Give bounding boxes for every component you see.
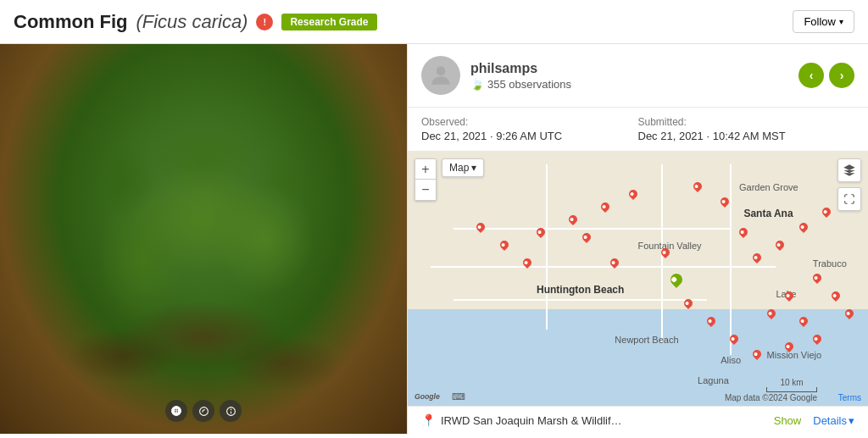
- map-label: Aliso: [721, 355, 741, 365]
- details-link[interactable]: Details ▾: [813, 414, 854, 427]
- avatar[interactable]: [421, 56, 460, 95]
- user-row: philsamps 🍃 355 observations ‹ ›: [408, 44, 868, 108]
- map-attribution: Google ⌨: [415, 391, 465, 402]
- svg-point-2: [199, 407, 208, 415]
- photo-overlay: [0, 44, 407, 434]
- user-info: philsamps 🍃 355 observations: [470, 61, 788, 91]
- chevron-down-icon: ▾: [471, 162, 476, 174]
- zoom-in-button[interactable]: +: [415, 159, 436, 180]
- map-label: Fountain Valley: [638, 241, 702, 251]
- observation-photo[interactable]: [0, 44, 407, 434]
- map-layers-button[interactable]: [837, 158, 861, 182]
- map-road: [431, 266, 776, 268]
- map-scale-bar: [766, 387, 817, 392]
- map-label: Newport Beach: [615, 335, 678, 345]
- species-subtitle: (Ficus carica): [136, 11, 248, 33]
- chevron-down-icon: ▾: [849, 414, 854, 427]
- map-label: Santa Ana: [743, 208, 793, 219]
- info-icon[interactable]: [220, 400, 242, 422]
- map-label: Trabuco: [813, 258, 847, 269]
- observed-value: Dec 21, 2021 · 9:26 AM UTC: [421, 130, 638, 142]
- prev-arrow-button[interactable]: ‹: [798, 63, 824, 88]
- submitted-date-col: Submitted: Dec 21, 2021 · 10:42 AM MST: [638, 116, 855, 142]
- map-road: [453, 228, 730, 230]
- map-zoom-controls: + −: [415, 158, 437, 201]
- photo-panel: cc: [0, 44, 407, 434]
- map-copyright: Map data ©2024 Google: [725, 393, 817, 402]
- observation-count: 🍃 355 observations: [470, 78, 788, 91]
- next-arrow-button[interactable]: ›: [829, 63, 854, 88]
- location-bar: 📍 IRWD San Joaquin Marsh & Wildlif… Show…: [408, 406, 868, 434]
- map-label: Huntington Beach: [537, 284, 624, 296]
- copyright-icon[interactable]: [192, 400, 214, 422]
- map-road: [546, 164, 548, 330]
- location-pin-icon: 📍: [421, 413, 436, 427]
- creative-commons-icon[interactable]: cc: [165, 400, 187, 422]
- map-container[interactable]: Garden GroveSanta AnaFountain ValleyHunt…: [408, 152, 868, 406]
- submitted-label: Submitted:: [638, 116, 855, 128]
- research-grade-badge: Research Grade: [281, 14, 376, 30]
- map-label: Mission Viejo: [767, 350, 822, 360]
- chevron-down-icon: ▾: [839, 17, 843, 26]
- photo-icons-bar: cc: [165, 400, 242, 422]
- submitted-value: Dec 21, 2021 · 10:42 AM MST: [638, 130, 855, 142]
- svg-text:Google: Google: [415, 392, 440, 401]
- map-label: Garden Grove: [739, 182, 798, 192]
- show-link[interactable]: Show: [774, 414, 802, 427]
- dates-row: Observed: Dec 21, 2021 · 9:26 AM UTC Sub…: [408, 108, 868, 152]
- username[interactable]: philsamps: [470, 61, 788, 76]
- main-content: cc: [0, 44, 868, 434]
- map-scale: 10 km: [766, 378, 817, 392]
- map-terms-link[interactable]: Terms: [838, 393, 861, 402]
- page-header: Common Fig (Ficus carica) ! Research Gra…: [0, 0, 868, 44]
- location-text: IRWD San Joaquin Marsh & Wildlif…: [441, 414, 769, 427]
- svg-text:cc: cc: [174, 408, 179, 413]
- svg-point-6: [437, 66, 446, 75]
- map-fullscreen-button[interactable]: [837, 187, 861, 211]
- map-type-dropdown[interactable]: Map ▾: [442, 158, 484, 177]
- navigation-arrows: ‹ ›: [798, 63, 854, 88]
- map-background: Garden GroveSanta AnaFountain ValleyHunt…: [408, 152, 868, 406]
- observed-date-col: Observed: Dec 21, 2021 · 9:26 AM UTC: [421, 116, 638, 142]
- zoom-out-button[interactable]: −: [415, 180, 436, 200]
- map-road: [453, 299, 707, 301]
- observed-label: Observed:: [421, 116, 638, 128]
- leaf-icon: 🍃: [470, 78, 484, 91]
- species-title: Common Fig: [14, 11, 127, 33]
- map-label: Laguna: [698, 375, 729, 385]
- follow-button[interactable]: Follow ▾: [793, 10, 854, 33]
- alert-icon[interactable]: !: [256, 14, 273, 30]
- right-panel: philsamps 🍃 355 observations ‹ › Observe…: [407, 44, 868, 434]
- map-road: [730, 164, 732, 355]
- map-keyboard-icon: ⌨: [452, 391, 465, 402]
